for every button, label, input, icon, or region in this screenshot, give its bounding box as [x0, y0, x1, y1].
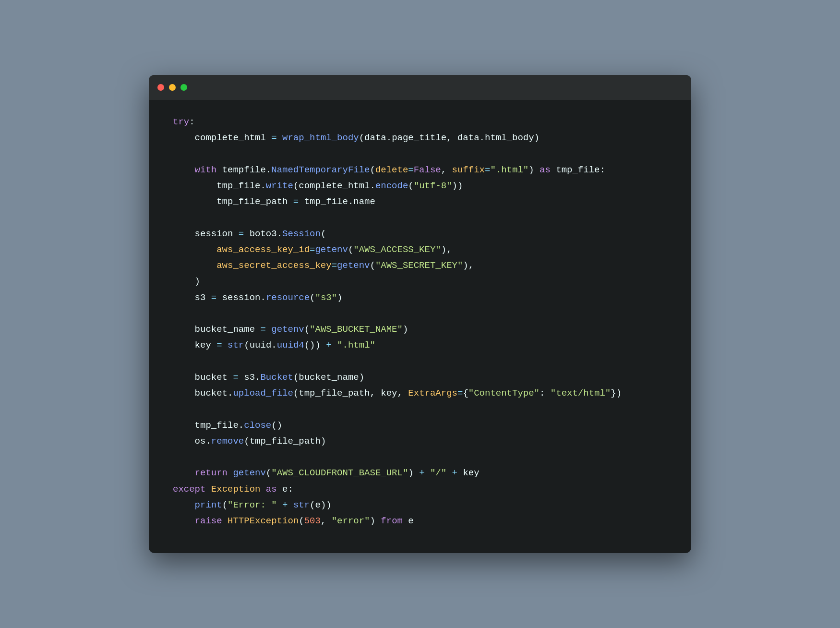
line-s3: s3 = session.resource("s3") [173, 290, 667, 306]
line-write: tmp_file.write(complete_html.encode("utf… [173, 178, 667, 194]
line-upload: bucket.upload_file(tmp_file_path, key, E… [173, 386, 667, 401]
line-raise: raise HTTPException(503, "error") from e [173, 513, 667, 529]
titlebar [149, 75, 691, 100]
line-blank4 [173, 354, 667, 370]
line-with: with tempfile.NamedTemporaryFile(delete=… [173, 162, 667, 178]
line-blank2 [173, 210, 667, 226]
line-key: key = str(uuid.uuid4()) + ".html" [173, 338, 667, 353]
code-editor: try: complete_html = wrap_html_body(data… [149, 100, 691, 554]
line-try: try: [173, 114, 667, 130]
line-print: print("Error: " + str(e)) [173, 497, 667, 513]
line-complete-html: complete_html = wrap_html_body(data.page… [173, 130, 667, 146]
line-close-paren: ) [173, 274, 667, 290]
line-session: session = boto3.Session( [173, 226, 667, 242]
line-blank6 [173, 449, 667, 465]
line-except: except Exception as e: [173, 482, 667, 497]
maximize-button[interactable] [180, 84, 187, 91]
close-button[interactable] [157, 84, 164, 91]
line-blank5 [173, 401, 667, 417]
line-blank1 [173, 146, 667, 162]
line-remove: os.remove(tmp_file_path) [173, 434, 667, 449]
minimize-button[interactable] [169, 84, 176, 91]
line-secret-key: aws_secret_access_key=getenv("AWS_SECRET… [173, 258, 667, 274]
code-window: try: complete_html = wrap_html_body(data… [149, 75, 691, 554]
line-close: tmp_file.close() [173, 418, 667, 434]
line-blank3 [173, 306, 667, 322]
line-access-key: aws_access_key_id=getenv("AWS_ACCESS_KEY… [173, 242, 667, 258]
line-path: tmp_file_path = tmp_file.name [173, 194, 667, 210]
line-bucket-name: bucket_name = getenv("AWS_BUCKET_NAME") [173, 322, 667, 338]
line-return: return getenv("AWS_CLOUDFRONT_BASE_URL")… [173, 465, 667, 481]
line-bucket: bucket = s3.Bucket(bucket_name) [173, 370, 667, 386]
